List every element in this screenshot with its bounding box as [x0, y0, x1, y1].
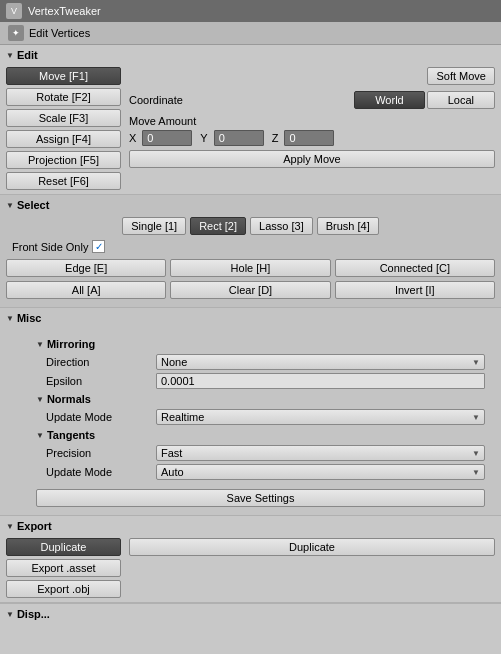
- scale-button[interactable]: Scale [F3]: [6, 109, 121, 127]
- normals-subsection: ▼ Normals Update Mode Realtime ▼: [36, 393, 485, 425]
- tangents-update-select[interactable]: Auto ▼: [156, 464, 485, 480]
- normals-triangle: ▼: [36, 395, 44, 404]
- brush-button[interactable]: Brush [4]: [317, 217, 379, 235]
- export-obj-button[interactable]: Export .obj: [6, 580, 121, 598]
- direction-label: Direction: [46, 356, 156, 368]
- misc-section-header: ▼ Misc: [6, 312, 495, 324]
- normals-update-value: Realtime: [161, 411, 204, 423]
- hole-button[interactable]: Hole [H]: [170, 259, 330, 277]
- window-title: VertexTweaker: [28, 5, 101, 17]
- tangents-update-value: Auto: [161, 466, 184, 478]
- export-label: Export: [17, 520, 52, 532]
- direction-arrow: ▼: [472, 358, 480, 367]
- tangents-label: Tangents: [47, 429, 95, 441]
- edit-vertices-label: Edit Vertices: [29, 27, 90, 39]
- export-section-header: ▼ Export: [6, 520, 495, 532]
- z-input[interactable]: [284, 130, 334, 146]
- select-section-header: ▼ Select: [6, 199, 495, 211]
- edit-section: ▼ Edit Move [F1] Rotate [F2] Scale [F3] …: [0, 45, 501, 195]
- local-button[interactable]: Local: [427, 91, 495, 109]
- reset-button[interactable]: Reset [F6]: [6, 172, 121, 190]
- edit-left-col: Move [F1] Rotate [F2] Scale [F3] Assign …: [6, 67, 121, 190]
- edit-label: Edit: [17, 49, 38, 61]
- tangents-triangle: ▼: [36, 431, 44, 440]
- bottom-triangle: ▼: [6, 610, 14, 619]
- edit-vertices-header: ✦ Edit Vertices: [0, 22, 501, 45]
- normals-update-row: Update Mode Realtime ▼: [36, 409, 485, 425]
- normals-update-arrow: ▼: [472, 413, 480, 422]
- select-triangle: ▼: [6, 201, 14, 210]
- bottom-section-header: ▼ Disp...: [6, 608, 495, 620]
- select-label: Select: [17, 199, 49, 211]
- misc-section: ▼ Misc ▼ Mirroring Direction None ▼ Epsi…: [0, 308, 501, 516]
- epsilon-input[interactable]: [156, 373, 485, 389]
- apply-move-button[interactable]: Apply Move: [129, 150, 495, 168]
- save-settings-button[interactable]: Save Settings: [36, 489, 485, 507]
- tangents-precision-arrow: ▼: [472, 449, 480, 458]
- x-input[interactable]: [142, 130, 192, 146]
- duplicate-left-button[interactable]: Duplicate: [6, 538, 121, 556]
- y-input[interactable]: [214, 130, 264, 146]
- select-section: ▼ Select Single [1] Rect [2] Lasso [3] B…: [0, 195, 501, 308]
- lasso-button[interactable]: Lasso [3]: [250, 217, 313, 235]
- tangents-precision-label: Precision: [46, 447, 156, 459]
- export-right-col: Duplicate: [129, 538, 495, 598]
- single-button[interactable]: Single [1]: [122, 217, 186, 235]
- direction-value: None: [161, 356, 187, 368]
- invert-button[interactable]: Invert [I]: [335, 281, 495, 299]
- misc-label: Misc: [17, 312, 41, 324]
- assign-button[interactable]: Assign [F4]: [6, 130, 121, 148]
- all-button[interactable]: All [A]: [6, 281, 166, 299]
- move-amount-label: Move Amount: [129, 115, 196, 127]
- normals-update-label: Update Mode: [46, 411, 156, 423]
- app-icon: V: [6, 3, 22, 19]
- epsilon-label: Epsilon: [46, 375, 156, 387]
- tangents-subsection: ▼ Tangents Precision Fast ▼ Update Mode …: [36, 429, 485, 480]
- edit-section-header: ▼ Edit: [6, 49, 495, 61]
- coordinate-label: Coordinate: [129, 94, 183, 106]
- normals-update-select[interactable]: Realtime ▼: [156, 409, 485, 425]
- export-asset-button[interactable]: Export .asset: [6, 559, 121, 577]
- mirroring-label: Mirroring: [47, 338, 95, 350]
- export-left-col: Duplicate Export .asset Export .obj: [6, 538, 121, 598]
- bottom-section: ▼ Disp...: [0, 603, 501, 630]
- misc-inner: ▼ Mirroring Direction None ▼ Epsilon ▼ N…: [6, 330, 495, 511]
- tangents-update-arrow: ▼: [472, 468, 480, 477]
- direction-row: Direction None ▼: [36, 354, 485, 370]
- normals-label: Normals: [47, 393, 91, 405]
- y-label: Y: [200, 132, 207, 144]
- header-icon: ✦: [8, 25, 24, 41]
- x-label: X: [129, 132, 136, 144]
- tangents-update-row: Update Mode Auto ▼: [36, 464, 485, 480]
- title-bar: V VertexTweaker: [0, 0, 501, 22]
- misc-triangle: ▼: [6, 314, 14, 323]
- rotate-button[interactable]: Rotate [F2]: [6, 88, 121, 106]
- mirroring-triangle: ▼: [36, 340, 44, 349]
- edit-right-area: Soft Move Coordinate World Local Move Am…: [129, 67, 495, 190]
- front-side-only-checkbox[interactable]: [92, 240, 105, 253]
- front-side-only-label: Front Side Only: [12, 241, 88, 253]
- export-row: Duplicate Export .asset Export .obj Dupl…: [6, 538, 495, 598]
- edge-button[interactable]: Edge [E]: [6, 259, 166, 277]
- edit-triangle: ▼: [6, 51, 14, 60]
- mirroring-subsection: ▼ Mirroring Direction None ▼ Epsilon: [36, 338, 485, 389]
- rect-button[interactable]: Rect [2]: [190, 217, 246, 235]
- connected-button[interactable]: Connected [C]: [335, 259, 495, 277]
- tangents-precision-value: Fast: [161, 447, 182, 459]
- world-button[interactable]: World: [354, 91, 425, 109]
- tangents-precision-row: Precision Fast ▼: [36, 445, 485, 461]
- export-triangle: ▼: [6, 522, 14, 531]
- soft-move-button[interactable]: Soft Move: [427, 67, 495, 85]
- tangents-update-label: Update Mode: [46, 466, 156, 478]
- direction-select[interactable]: None ▼: [156, 354, 485, 370]
- projection-button[interactable]: Projection [F5]: [6, 151, 121, 169]
- move-button[interactable]: Move [F1]: [6, 67, 121, 85]
- z-label: Z: [272, 132, 279, 144]
- clear-button[interactable]: Clear [D]: [170, 281, 330, 299]
- bottom-label: Disp...: [17, 608, 50, 620]
- epsilon-row: Epsilon: [36, 373, 485, 389]
- duplicate-right-button[interactable]: Duplicate: [129, 538, 495, 556]
- export-section: ▼ Export Duplicate Export .asset Export …: [0, 516, 501, 603]
- tangents-precision-select[interactable]: Fast ▼: [156, 445, 485, 461]
